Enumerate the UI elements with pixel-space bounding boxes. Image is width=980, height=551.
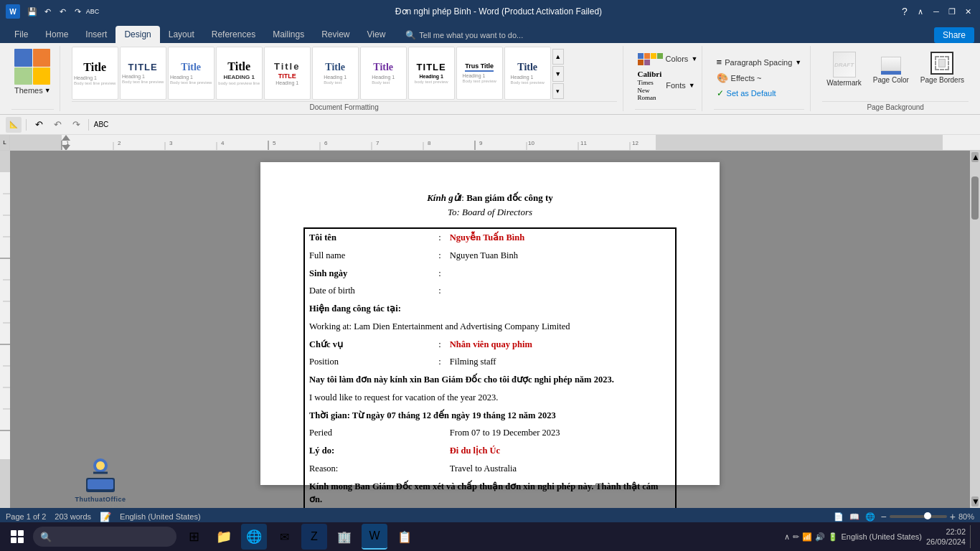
taskbar-file-explorer[interactable]: 📁 (211, 524, 237, 550)
style-title5[interactable]: Title TITLE Heading 1 (264, 47, 311, 100)
effects-button[interactable]: 🎨 Effects ~ (714, 71, 805, 85)
tab-layout[interactable]: Layout (160, 26, 203, 43)
tray-up-arrow[interactable]: ∧ (784, 532, 790, 542)
search-icon: 🔍 (40, 532, 52, 542)
restore-btn[interactable]: ❐ (946, 5, 958, 18)
taskbar-right: ∧ ✏ 📶 🔊 🔋 English (United States) 22:02 … (784, 525, 974, 548)
svg-text:4: 4 (221, 140, 225, 146)
ruler-toggle-btn[interactable]: 📐 (6, 117, 22, 133)
request-viet: Nay tôi làm đơn này kính xin Ban Giám Đố… (309, 375, 614, 385)
style-title8[interactable]: TITLE Heading 1 body text preview (408, 47, 455, 100)
svg-text:11: 11 (580, 140, 587, 146)
taskbar-word-active[interactable]: W (362, 524, 387, 550)
svg-text:8: 8 (428, 140, 431, 146)
dob-value-viet-cell (446, 265, 676, 283)
vertical-scrollbar[interactable]: ▲ ▼ (970, 151, 980, 508)
share-button[interactable]: Share (934, 27, 974, 43)
set-default-button[interactable]: ✓ Set as Default (714, 87, 805, 100)
page-color-button[interactable]: Page Color (869, 49, 913, 87)
taskbar-app1[interactable]: 🏢 (331, 524, 357, 550)
help-icon[interactable]: ? (898, 5, 911, 18)
quick-undo2-btn[interactable]: ↶ (56, 5, 69, 18)
spellcheck-btn[interactable]: ABC (93, 117, 109, 133)
style-title3[interactable]: Title Heading 1Body text line preview (168, 47, 215, 100)
closing-viet-row: Kính mong Ban Giám Đốc xem xét và chấp t… (304, 478, 676, 509)
zoom-out-btn[interactable]: − (881, 511, 887, 522)
effects-label: Effects ~ (731, 74, 802, 83)
taskbar-search[interactable]: 🔍 (33, 527, 176, 547)
period-viet-row: Thời gian: Từ ngày 07 tháng 12 đến ngày … (304, 407, 676, 425)
scroll-up-btn[interactable]: ▲ (971, 152, 979, 162)
fonts-preview: Calibri Times New Roman (638, 70, 662, 103)
minimize-btn[interactable]: ─ (930, 5, 943, 18)
tab-references[interactable]: References (203, 26, 264, 43)
ribbon-collapse-btn[interactable]: ∧ (914, 5, 927, 18)
position-value-viet: Nhân viên quay phim (450, 339, 532, 349)
style-gallery-nav: ▲ ▼ ▾ (552, 49, 564, 99)
position-viet-row: Chức vụ : Nhân viên quay phim (304, 336, 676, 354)
taskbar-app2[interactable]: 📋 (392, 524, 418, 550)
colors-button[interactable]: Colors ▼ (635, 52, 696, 67)
style-nav-down[interactable]: ▼ (552, 66, 564, 82)
style-title6[interactable]: Title Heading 1Body text (312, 47, 359, 100)
taskbar-edge[interactable]: 🌐 (241, 524, 267, 550)
style-nav-up[interactable]: ▲ (552, 49, 564, 65)
redo-btn[interactable]: ↷ (68, 117, 84, 133)
tab-home[interactable]: Home (37, 26, 77, 43)
fonts-button[interactable]: Calibri Times New Roman Fonts ▼ (635, 68, 696, 104)
para-spacing-icon: ≡ (717, 57, 722, 67)
quick-undo-btn[interactable]: ↶ (41, 5, 54, 18)
quick-save-btn[interactable]: 💾 (26, 5, 39, 18)
style-title9[interactable]: Trus Title Heading 1Body text preview (456, 47, 503, 100)
scroll-down-btn[interactable]: ▼ (971, 496, 979, 507)
name-value-en: Nguyen Tuan Binh (450, 250, 518, 260)
tab-file[interactable]: File (6, 26, 37, 43)
quick-spelling-btn[interactable]: ABC (86, 5, 99, 18)
style-title4[interactable]: Title HEADING 1 body text preview line (216, 47, 263, 100)
watermark-button[interactable]: DRAFT Watermark (822, 49, 866, 90)
quick-redo-btn[interactable]: ↷ (71, 5, 84, 18)
view-web-icon[interactable]: 🌐 (865, 512, 875, 522)
document-scroll[interactable]: Kính gửi: Ban giám đốc công ty To: Board… (10, 151, 970, 508)
tell-me-bar[interactable]: 🔍 Tell me what you want to do... (400, 27, 529, 43)
tab-mailings[interactable]: Mailings (264, 26, 313, 43)
work-en-row: Working at: Lam Dien Entertainment and A… (304, 318, 676, 336)
taskbar-mail[interactable]: ✉ (271, 524, 297, 550)
name-colon2: : (434, 247, 446, 265)
para-effects-group: ≡ Paragraph Spacing ▼ 🎨 Effects ~ ✓ Set … (708, 46, 811, 111)
title-bar-title: Đơn nghi phép Binh - Word (Product Activ… (99, 6, 898, 17)
tab-view[interactable]: View (359, 26, 395, 43)
undo2-btn[interactable]: ↶ (50, 117, 65, 133)
show-desktop-btn[interactable] (970, 525, 974, 548)
zoom-control[interactable]: − + 80% (881, 511, 974, 522)
style-default[interactable]: Title Heading 1Body text line preview (72, 47, 118, 100)
taskbar-zalo[interactable]: Z (301, 524, 327, 550)
view-read-icon[interactable]: 📖 (849, 512, 859, 522)
tab-review[interactable]: Review (313, 26, 358, 43)
zoom-slider-track[interactable] (890, 515, 947, 518)
svg-rect-1 (10, 135, 62, 150)
svg-rect-50 (11, 537, 17, 543)
style-title10[interactable]: Title Heading 1Body text preview (504, 47, 551, 100)
start-button[interactable] (6, 525, 29, 548)
undo-btn[interactable]: ↶ (31, 117, 47, 133)
zoom-slider-thumb[interactable] (924, 512, 931, 519)
page-borders-button[interactable]: Page Borders (916, 49, 969, 87)
themes-button[interactable]: Themes ▼ (11, 46, 54, 109)
request-viet-row: Nay tôi làm đơn này kính xin Ban Giám Đố… (304, 371, 676, 389)
style-title2[interactable]: TITLE Heading 1Body text line preview (120, 47, 166, 100)
ruler-svg: 1 2 3 4 5 6 7 8 9 10 11 12 (10, 135, 980, 150)
zoom-in-btn[interactable]: + (950, 511, 956, 522)
view-print-icon[interactable]: 📄 (834, 512, 844, 522)
paragraph-spacing-button[interactable]: ≡ Paragraph Spacing ▼ (714, 55, 805, 69)
work-label-viet-cell: Hiện đang công tác tại: (304, 300, 676, 318)
tab-design[interactable]: Design (116, 26, 159, 43)
scroll-thumb[interactable] (971, 176, 979, 220)
tab-insert[interactable]: Insert (77, 26, 116, 43)
form-table: Tôi tên : Nguyễn Tuấn Bình Full name : N… (303, 227, 677, 508)
style-nav-more[interactable]: ▾ (552, 83, 564, 99)
period-value-en-cell: From 07 to 19 December 2023 (446, 424, 676, 442)
close-btn[interactable]: ✕ (961, 5, 974, 18)
taskbar-widgets-btn[interactable]: ⊞ (181, 524, 207, 550)
style-title7[interactable]: Title Heading 1Body text (360, 47, 407, 100)
